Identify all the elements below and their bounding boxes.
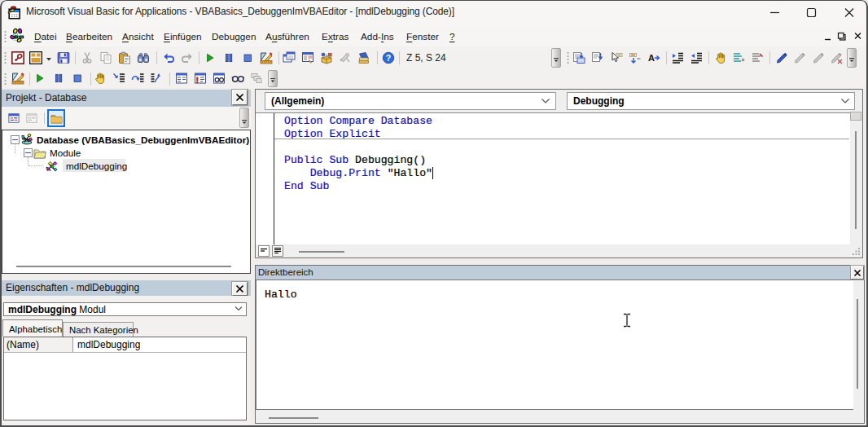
svg-text:A: A — [648, 53, 655, 63]
svg-text:?: ? — [386, 53, 391, 63]
